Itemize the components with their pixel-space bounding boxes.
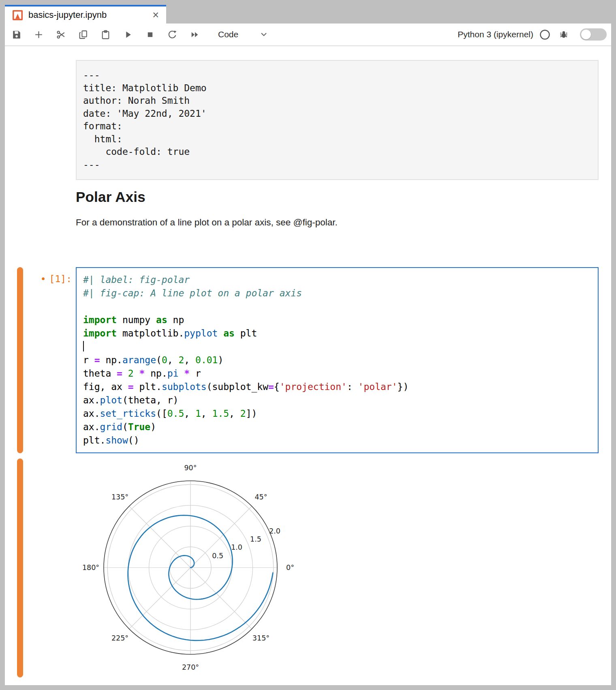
restart-icon — [167, 30, 178, 40]
svg-text:1.0: 1.0 — [231, 543, 242, 551]
svg-text:2.0: 2.0 — [269, 527, 280, 535]
svg-text:0°: 0° — [286, 564, 294, 572]
cell-type-dropdown[interactable]: Code — [218, 30, 268, 39]
interrupt-kernel-button[interactable] — [145, 29, 155, 40]
close-icon[interactable]: × — [151, 10, 160, 21]
notebook-file-icon — [12, 10, 23, 21]
code-cell-row: •[1]: #| label: fig-polar#| fig-cap: A l… — [5, 267, 599, 453]
cell-gutter: •[1]: — [5, 267, 76, 453]
run-cell-button[interactable] — [122, 29, 133, 40]
svg-text:90°: 90° — [184, 464, 197, 472]
stop-icon — [145, 30, 155, 40]
svg-text:45°: 45° — [255, 493, 267, 501]
simple-mode-toggle[interactable] — [580, 28, 607, 41]
execution-prompt: •[1]: — [41, 274, 72, 284]
tab-bar: basics-jupyter.ipynb × — [5, 5, 611, 24]
restart-kernel-button[interactable] — [167, 29, 178, 40]
polar-plot-image: 0°45°90°135°180°225°270°315°0.51.01.52.0 — [75, 459, 302, 677]
svg-text:0.5: 0.5 — [212, 552, 223, 560]
save-button[interactable] — [11, 29, 21, 40]
run-icon — [123, 30, 133, 40]
active-tab-accent — [5, 5, 166, 6]
clipboard-icon — [101, 30, 111, 40]
dirty-indicator: • — [41, 274, 46, 284]
copy-icon — [78, 30, 88, 40]
svg-text:180°: 180° — [82, 564, 99, 572]
kernel-name[interactable]: Python 3 (ipykernel) — [458, 30, 533, 39]
scissors-icon — [56, 30, 66, 40]
fast-forward-icon — [190, 30, 200, 40]
svg-text:1.5: 1.5 — [250, 535, 261, 543]
cell-type-value: Code — [218, 30, 238, 39]
plus-icon — [34, 30, 44, 40]
output-area: 0°45°90°135°180°225°270°315°0.51.01.52.0 — [76, 459, 611, 677]
output-gutter — [5, 459, 76, 677]
markdown-heading: Polar Axis — [76, 188, 611, 206]
svg-text:270°: 270° — [182, 663, 199, 671]
svg-text:315°: 315° — [252, 634, 270, 642]
debugger-bug-icon[interactable] — [558, 29, 569, 40]
copy-cells-button[interactable] — [78, 29, 88, 40]
output-collapser[interactable] — [17, 459, 23, 677]
tab-title: basics-jupyter.ipynb — [28, 10, 151, 20]
jupyterlab-window: basics-jupyter.ipynb × — [5, 5, 611, 685]
restart-run-all-button[interactable] — [189, 29, 200, 40]
markdown-paragraph: For a demonstration of a line plot on a … — [76, 216, 611, 229]
code-editor[interactable]: #| label: fig-polar#| fig-cap: A line pl… — [76, 267, 599, 453]
svg-text:135°: 135° — [111, 493, 128, 501]
notebook-content: --- title: Matplotlib Demo author: Norah… — [5, 60, 611, 677]
cut-cells-button[interactable] — [56, 29, 66, 40]
output-row: 0°45°90°135°180°225°270°315°0.51.01.52.0 — [5, 459, 611, 677]
execution-count: [1]: — [49, 274, 72, 284]
raw-cell-yaml-frontmatter[interactable]: --- title: Matplotlib Demo author: Norah… — [76, 60, 599, 180]
tab-basics-jupyter[interactable]: basics-jupyter.ipynb × — [5, 5, 166, 24]
toggle-knob — [581, 30, 591, 39]
paste-cells-button[interactable] — [100, 29, 111, 40]
insert-cell-button[interactable] — [33, 29, 44, 40]
input-collapser[interactable] — [17, 267, 23, 453]
kernel-status-icon[interactable] — [539, 29, 550, 40]
save-icon — [11, 30, 21, 40]
svg-text:225°: 225° — [111, 634, 128, 642]
chevron-down-icon — [259, 30, 268, 39]
notebook-toolbar: Code Python 3 (ipykernel) — [5, 24, 611, 46]
